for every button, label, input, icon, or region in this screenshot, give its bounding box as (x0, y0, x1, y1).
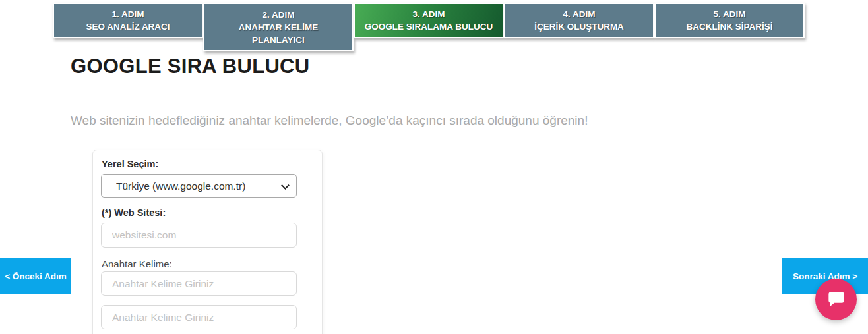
country-select-wrap: Türkiye (www.google.com.tr) (101, 174, 297, 198)
keyword-field-label: Anahtar Kelime: (102, 258, 172, 269)
step-label: BACKLİNK SİPARİŞİ (657, 20, 802, 33)
chat-widget-button[interactable] (815, 279, 857, 320)
step-number: 5. ADIM (657, 8, 802, 20)
step-number: 3. ADIM (356, 8, 501, 20)
page-title: GOOGLE SIRA BULUCU (71, 55, 309, 78)
tab-step-4-icerik-olusturma[interactable]: 4. ADIM İÇERİK OLUŞTURMA (504, 3, 654, 38)
local-select-label: Yerel Seçim: (102, 159, 158, 169)
step-tabbar: 1. ADIM SEO ANALİZ ARACI 2. ADIM ANAHTAR… (53, 3, 805, 51)
keyword-input-2[interactable] (101, 305, 297, 329)
tab-step-2-anahtar-kelime[interactable]: 2. ADIM ANAHTAR KELİME PLANLAYICI (203, 3, 354, 51)
step-label: GOOGLE SIRALAMA BULUCU (356, 20, 501, 33)
step-label: SEO ANALİZ ARACI (55, 20, 201, 33)
country-select[interactable]: Türkiye (www.google.com.tr) (101, 174, 297, 198)
page-subtitle: Web sitenizin hedeflediğiniz anahtar kel… (71, 113, 588, 128)
tab-step-5-backlink-siparisi[interactable]: 5. ADIM BACKLİNK SİPARİŞİ (654, 3, 805, 38)
rank-finder-form-card: Yerel Seçim: Türkiye (www.google.com.tr)… (92, 150, 323, 334)
previous-step-button[interactable]: < Önceki Adım (0, 258, 71, 294)
step-label: ANAHTAR KELİME PLANLAYICI (229, 21, 328, 46)
website-input[interactable] (101, 223, 297, 248)
step-label: İÇERİK OLUŞTURMA (507, 20, 652, 33)
tab-step-3-google-siralama[interactable]: 3. ADIM GOOGLE SIRALAMA BULUCU (354, 3, 504, 38)
keyword-input-1[interactable] (101, 271, 297, 296)
page: 1. ADIM SEO ANALİZ ARACI 2. ADIM ANAHTAR… (0, 0, 868, 334)
chat-bubble-icon (827, 291, 846, 309)
step-number: 1. ADIM (55, 8, 201, 20)
step-number: 4. ADIM (507, 8, 652, 20)
website-field-label: (*) Web Sitesi: (102, 208, 166, 218)
tab-step-1-seo-analiz[interactable]: 1. ADIM SEO ANALİZ ARACI (53, 3, 203, 38)
step-number: 2. ADIM (206, 9, 351, 21)
